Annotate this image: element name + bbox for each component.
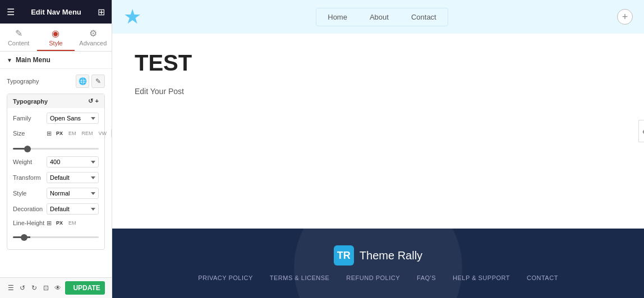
tab-advanced-label: Advanced: [79, 40, 107, 46]
size-label: Size: [13, 130, 47, 137]
transform-select[interactable]: Default: [47, 172, 99, 183]
size-input[interactable]: [111, 128, 112, 138]
history-icon[interactable]: ⊡: [42, 282, 50, 294]
family-row: Family Open Sans: [13, 113, 99, 124]
line-height-link-icon: ⊞: [47, 220, 52, 227]
unit-vw[interactable]: VW: [96, 129, 109, 137]
line-height-label: Line-Height: [13, 220, 47, 226]
line-height-unit-tabs: PX EM: [54, 219, 79, 227]
site-logo-icon: ★: [123, 5, 141, 29]
tab-content[interactable]: ✎ Content: [0, 24, 37, 51]
size-row: Size ⊞ PX EM REM VW: [13, 128, 99, 138]
typography-box-icons: ↺ +: [88, 97, 99, 105]
nav-container: Home About Contact: [316, 8, 448, 26]
content-area: TEST Edit Your Post ❮: [112, 34, 644, 229]
grid-icon[interactable]: ⊞: [98, 7, 105, 17]
tab-style-label: Style: [49, 40, 62, 46]
line-height-controls: ⊞ PX EM: [47, 219, 99, 227]
footer-logo-icon: TR: [334, 245, 354, 266]
test-heading: TEST: [135, 50, 622, 76]
undo-icon[interactable]: ↺: [19, 282, 27, 294]
style-select[interactable]: Normal: [47, 188, 99, 199]
content-tab-icon: ✎: [15, 28, 22, 39]
tab-style[interactable]: ◉ Style: [37, 24, 74, 51]
line-height-slider[interactable]: [13, 236, 99, 238]
redo-icon[interactable]: ↻: [30, 282, 39, 294]
section-arrow-icon: ▼: [7, 57, 12, 63]
size-slider-row: [13, 142, 99, 152]
tab-bar: ✎ Content ◉ Style ⚙ Advanced: [0, 24, 112, 52]
responsive-icon[interactable]: ☰: [7, 282, 15, 294]
size-controls: ⊞ PX EM REM VW: [47, 128, 112, 138]
style-row: Style Normal: [13, 188, 99, 199]
panel-header-title: Edit Nav Menu: [31, 8, 81, 16]
reset-typography-icon[interactable]: ↺: [88, 97, 93, 105]
panel-bottom: ☰ ↺ ↻ ⊡ 👁 UPDATE ▲: [0, 277, 112, 298]
unit-px[interactable]: PX: [54, 129, 65, 137]
size-link-icon: ⊞: [47, 130, 52, 137]
decoration-select[interactable]: Default: [47, 203, 99, 215]
lh-unit-px[interactable]: PX: [54, 219, 65, 227]
globe-icon[interactable]: 🌐: [76, 74, 89, 88]
footer-faq[interactable]: FAQ'S: [417, 274, 436, 281]
advanced-tab-icon: ⚙: [89, 28, 97, 39]
weight-label: Weight: [13, 159, 47, 165]
section-title: Main Menu: [16, 56, 50, 64]
edit-typography-icon[interactable]: ✎: [91, 74, 105, 88]
transform-row: Transform Default: [13, 172, 99, 183]
unit-tabs: PX EM REM VW: [54, 129, 109, 137]
typography-row: Typography 🌐 ✎: [7, 74, 105, 88]
typography-box-title: Typography: [13, 98, 48, 105]
left-panel: ☰ Edit Nav Menu ⊞ ✎ Content ◉ Style ⚙ Ad…: [0, 0, 112, 298]
add-section-button[interactable]: +: [617, 9, 633, 25]
edit-post-link[interactable]: Edit Your Post: [135, 87, 622, 96]
hamburger-icon[interactable]: ☰: [7, 7, 15, 17]
style-tab-icon: ◉: [52, 28, 59, 39]
style-label: Style: [13, 190, 47, 197]
typography-box-body: Family Open Sans Size ⊞ PX EM REM VW: [7, 108, 104, 249]
add-typography-icon[interactable]: +: [95, 97, 99, 105]
eye-icon[interactable]: 👁: [54, 282, 62, 294]
panel-header: ☰ Edit Nav Menu ⊞: [0, 0, 112, 24]
decoration-row: Decoration Default: [13, 203, 99, 215]
nav-contact[interactable]: Contact: [400, 8, 448, 26]
site-footer: TR Theme Rally PRIVACY POLICY TERMS & LI…: [112, 229, 644, 298]
family-select[interactable]: Open Sans: [47, 113, 99, 124]
typography-label: Typography: [7, 78, 76, 85]
typography-box: Typography ↺ + Family Open Sans Size: [7, 94, 105, 250]
update-btn-group: UPDATE ▲: [65, 281, 105, 295]
nav-home[interactable]: Home: [316, 8, 358, 26]
footer-logo: TR Theme Rally: [334, 245, 422, 266]
line-height-slider-row: [13, 230, 99, 240]
lh-unit-em[interactable]: EM: [66, 219, 79, 227]
footer-logo-text: Theme Rally: [360, 249, 422, 262]
tab-content-label: Content: [8, 40, 30, 46]
footer-privacy[interactable]: PRIVACY POLICY: [198, 274, 253, 281]
footer-contact[interactable]: CONTACT: [527, 274, 558, 281]
footer-nav: PRIVACY POLICY TERMS & LICENSE REFUND PO…: [198, 274, 558, 281]
size-slider[interactable]: [13, 148, 99, 150]
footer-help[interactable]: HELP & SUPPORT: [453, 274, 510, 281]
nav-about[interactable]: About: [358, 8, 400, 26]
site-header: ★ Home About Contact +: [112, 0, 644, 34]
section-header[interactable]: ▼ Main Menu: [0, 52, 112, 69]
footer-refund[interactable]: REFUND POLICY: [346, 274, 400, 281]
line-height-row: Line-Height ⊞ PX EM: [13, 219, 99, 227]
weight-row: Weight 400: [13, 156, 99, 167]
family-label: Family: [13, 115, 47, 122]
site-nav: Home About Contact: [158, 8, 606, 26]
weight-select[interactable]: 400: [47, 156, 99, 167]
update-button[interactable]: UPDATE: [65, 281, 105, 295]
tab-advanced[interactable]: ⚙ Advanced: [75, 24, 112, 51]
transform-label: Transform: [13, 174, 47, 181]
unit-rem[interactable]: REM: [80, 129, 95, 137]
decoration-label: Decoration: [13, 206, 47, 212]
main-content: ★ Home About Contact + TEST Edit Your Po…: [112, 0, 644, 298]
typography-controls: 🌐 ✎: [76, 74, 105, 88]
typography-box-header: Typography ↺ +: [7, 94, 104, 108]
collapse-handle[interactable]: ❮: [638, 120, 644, 142]
panel-body: Typography 🌐 ✎ Typography ↺ + Family: [0, 69, 112, 277]
footer-terms[interactable]: TERMS & LICENSE: [270, 274, 330, 281]
unit-em[interactable]: EM: [66, 129, 79, 137]
